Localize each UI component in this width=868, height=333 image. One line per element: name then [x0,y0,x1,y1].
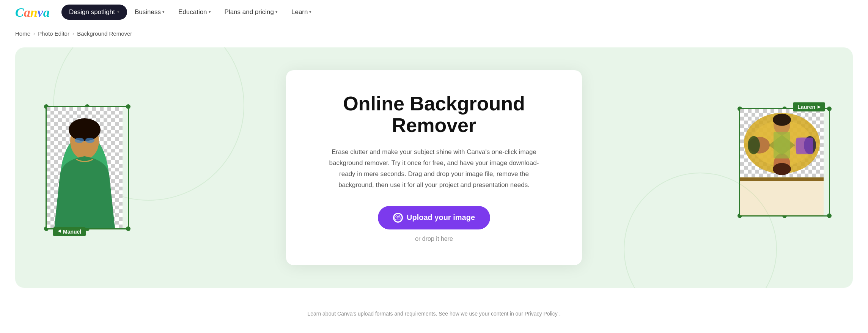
design-spotlight-button[interactable]: Design spotlight ▾ [61,5,127,20]
breadcrumb-home[interactable]: Home [15,30,30,37]
svg-point-11 [85,138,94,143]
nav-education-button[interactable]: Education ▾ [172,5,217,20]
nav-education-label: Education [178,8,207,16]
right-corner-handle-br [827,214,832,218]
breadcrumb-sep-1: › [33,31,35,36]
right-corner-handle-tr [827,107,832,111]
main-area: Manuel Online Background Remover Erase c… [0,40,868,303]
footer-middle-text: about Canva's upload formats and require… [322,311,525,317]
nav-learn-label: Learn [291,8,308,16]
right-person-frame: Lauren [739,108,830,217]
svg-rect-28 [774,132,790,159]
hero-section: Manuel Online Background Remover Erase c… [15,47,853,288]
svg-point-21 [773,114,791,126]
card-description: Erase clutter and make your subject shin… [328,147,540,191]
nav-plans-button[interactable]: Plans and pricing ▾ [219,5,284,20]
svg-text:Canva: Canva [15,5,49,19]
svg-point-10 [75,138,84,143]
left-person-image [47,107,123,228]
card-title: Online Background Remover [316,93,552,136]
nav-items: Design spotlight ▾ Business ▾ Education … [61,5,318,20]
upload-button-label: Upload your image [407,213,475,222]
svg-rect-29 [796,138,813,154]
upload-button[interactable]: Upload your image [378,206,490,229]
corner-handle-tr [126,104,131,109]
svg-rect-30 [740,181,824,215]
footer-note: Learn about Canva's upload formats and r… [0,303,868,328]
footer-privacy-link[interactable]: Privacy Policy [525,311,558,317]
nav-business-button[interactable]: Business ▾ [129,5,171,20]
left-person-frame [46,106,129,229]
left-person-name: Manuel [63,229,81,235]
breadcrumb: Home › Photo Editor › Background Remover [0,24,868,40]
breadcrumb-photo-editor[interactable]: Photo Editor [38,30,69,37]
breadcrumb-current: Background Remover [77,30,132,37]
breadcrumb-sep-2: › [72,31,74,36]
drop-text: or drop it here [316,236,552,242]
right-person-name-tag: Lauren [793,102,825,112]
education-chevron-icon: ▾ [209,9,211,14]
logo[interactable]: Canva [15,5,49,19]
svg-point-27 [748,136,760,154]
left-person-name-tag: Manuel [53,227,86,236]
design-spotlight-label: Design spotlight [69,8,115,16]
right-corner-handle-bl [737,214,742,218]
nav-learn-button[interactable]: Learn ▾ [285,5,318,20]
navbar: Canva Design spotlight ▾ Business ▾ Educ… [0,0,868,24]
right-group-image [740,109,824,215]
footer-end-text: . [559,311,561,317]
svg-point-25 [773,163,791,175]
plans-chevron-icon: ▾ [275,9,278,14]
learn-chevron-icon: ▾ [309,9,311,14]
footer-learn-link[interactable]: Learn [307,311,321,317]
upload-cloud-icon [393,213,403,223]
svg-point-9 [69,118,101,141]
right-person-name: Lauren [797,104,815,110]
left-person-container: Manuel [46,106,129,229]
nav-business-label: Business [135,8,161,16]
right-person-container: Lauren [739,108,830,217]
business-chevron-icon: ▾ [162,9,165,14]
spotlight-chevron-icon: ▾ [117,9,120,14]
upload-card: Online Background Remover Erase clutter … [286,70,582,265]
corner-handle-br [126,226,131,231]
nav-plans-label: Plans and pricing [225,8,274,16]
